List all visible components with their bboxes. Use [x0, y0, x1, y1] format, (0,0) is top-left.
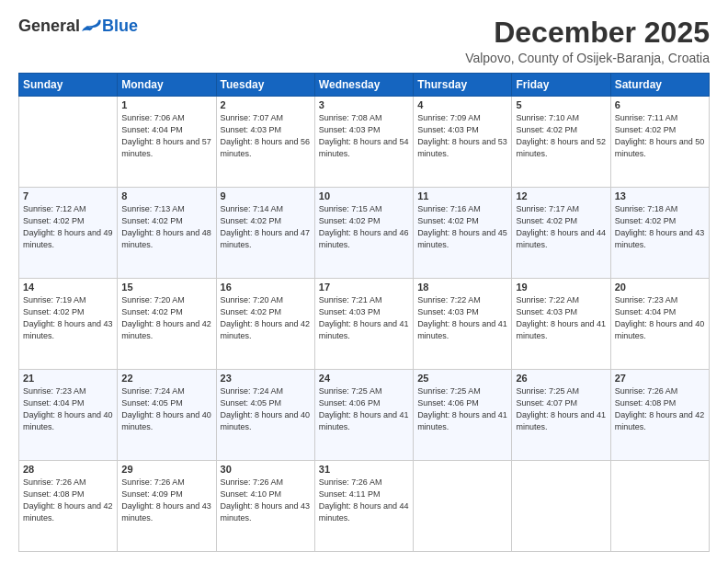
table-row: 19Sunrise: 7:22 AMSunset: 4:03 PMDayligh… [512, 279, 610, 370]
day-info: Sunrise: 7:26 AMSunset: 4:10 PMDaylight:… [221, 477, 311, 524]
day-info: Sunrise: 7:19 AMSunset: 4:02 PMDaylight:… [23, 294, 113, 342]
day-number: 28 [23, 464, 113, 475]
day-info: Sunrise: 7:26 AMSunset: 4:08 PMDaylight:… [615, 385, 705, 433]
calendar-table: Sunday Monday Tuesday Wednesday Thursday… [18, 73, 710, 552]
table-row: 2Sunrise: 7:07 AMSunset: 4:03 PMDaylight… [216, 97, 314, 188]
day-info: Sunrise: 7:08 AMSunset: 4:03 PMDaylight:… [319, 112, 409, 160]
calendar-week-row: 14Sunrise: 7:19 AMSunset: 4:02 PMDayligh… [19, 279, 710, 370]
day-info: Sunrise: 7:09 AMSunset: 4:03 PMDaylight:… [417, 112, 507, 160]
day-info: Sunrise: 7:07 AMSunset: 4:03 PMDaylight:… [221, 112, 311, 160]
day-number: 18 [417, 282, 507, 293]
day-number: 13 [615, 190, 705, 201]
day-number: 20 [615, 282, 705, 293]
col-monday: Monday [118, 74, 216, 97]
day-number: 9 [221, 190, 311, 201]
day-info: Sunrise: 7:15 AMSunset: 4:02 PMDaylight:… [319, 203, 409, 251]
table-row [610, 461, 709, 552]
day-info: Sunrise: 7:20 AMSunset: 4:02 PMDaylight:… [221, 294, 311, 342]
table-row: 29Sunrise: 7:26 AMSunset: 4:09 PMDayligh… [118, 461, 216, 552]
day-number: 4 [417, 99, 507, 110]
table-row: 4Sunrise: 7:09 AMSunset: 4:03 PMDaylight… [414, 97, 512, 188]
day-info: Sunrise: 7:25 AMSunset: 4:06 PMDaylight:… [319, 385, 409, 433]
day-info: Sunrise: 7:24 AMSunset: 4:05 PMDaylight:… [121, 385, 211, 433]
col-sunday: Sunday [19, 74, 118, 97]
table-row: 9Sunrise: 7:14 AMSunset: 4:02 PMDaylight… [216, 188, 314, 279]
day-number: 29 [121, 464, 211, 475]
day-info: Sunrise: 7:24 AMSunset: 4:05 PMDaylight:… [221, 385, 311, 433]
day-info: Sunrise: 7:22 AMSunset: 4:03 PMDaylight:… [516, 294, 606, 342]
table-row: 11Sunrise: 7:16 AMSunset: 4:02 PMDayligh… [414, 188, 512, 279]
day-number: 12 [516, 190, 606, 201]
calendar-header-row: Sunday Monday Tuesday Wednesday Thursday… [19, 74, 710, 97]
day-number: 17 [319, 282, 409, 293]
day-number: 6 [615, 99, 705, 110]
table-row: 5Sunrise: 7:10 AMSunset: 4:02 PMDaylight… [512, 97, 610, 188]
day-info: Sunrise: 7:25 AMSunset: 4:06 PMDaylight:… [417, 385, 507, 433]
table-row: 18Sunrise: 7:22 AMSunset: 4:03 PMDayligh… [414, 279, 512, 370]
day-info: Sunrise: 7:25 AMSunset: 4:07 PMDaylight:… [516, 385, 606, 433]
day-info: Sunrise: 7:13 AMSunset: 4:02 PMDaylight:… [121, 203, 211, 251]
col-thursday: Thursday [414, 74, 512, 97]
table-row: 22Sunrise: 7:24 AMSunset: 4:05 PMDayligh… [118, 370, 216, 461]
table-row: 10Sunrise: 7:15 AMSunset: 4:02 PMDayligh… [314, 188, 413, 279]
day-number: 27 [615, 373, 705, 384]
day-number: 1 [121, 99, 211, 110]
col-saturday: Saturday [610, 74, 709, 97]
col-tuesday: Tuesday [216, 74, 314, 97]
logo: General Blue [18, 17, 138, 36]
table-row: 3Sunrise: 7:08 AMSunset: 4:03 PMDaylight… [314, 97, 413, 188]
day-info: Sunrise: 7:10 AMSunset: 4:02 PMDaylight:… [516, 112, 606, 160]
table-row [19, 97, 118, 188]
day-number: 10 [319, 190, 409, 201]
table-row: 14Sunrise: 7:19 AMSunset: 4:02 PMDayligh… [19, 279, 118, 370]
day-number: 22 [121, 373, 211, 384]
day-number: 31 [319, 464, 409, 475]
table-row: 20Sunrise: 7:23 AMSunset: 4:04 PMDayligh… [610, 279, 709, 370]
table-row: 12Sunrise: 7:17 AMSunset: 4:02 PMDayligh… [512, 188, 610, 279]
table-row: 25Sunrise: 7:25 AMSunset: 4:06 PMDayligh… [414, 370, 512, 461]
page: General Blue December 2025 Valpovo, Coun… [0, 0, 728, 563]
day-number: 11 [417, 190, 507, 201]
col-friday: Friday [512, 74, 610, 97]
month-title: December 2025 [465, 17, 710, 49]
table-row: 13Sunrise: 7:18 AMSunset: 4:02 PMDayligh… [610, 188, 709, 279]
col-wednesday: Wednesday [314, 74, 413, 97]
day-number: 14 [23, 282, 113, 293]
table-row: 27Sunrise: 7:26 AMSunset: 4:08 PMDayligh… [610, 370, 709, 461]
table-row: 16Sunrise: 7:20 AMSunset: 4:02 PMDayligh… [216, 279, 314, 370]
table-row [414, 461, 512, 552]
day-number: 30 [221, 464, 311, 475]
day-info: Sunrise: 7:06 AMSunset: 4:04 PMDaylight:… [121, 112, 211, 160]
table-row: 28Sunrise: 7:26 AMSunset: 4:08 PMDayligh… [19, 461, 118, 552]
day-info: Sunrise: 7:17 AMSunset: 4:02 PMDaylight:… [516, 203, 606, 251]
table-row: 15Sunrise: 7:20 AMSunset: 4:02 PMDayligh… [118, 279, 216, 370]
location-title: Valpovo, County of Osijek-Baranja, Croat… [465, 51, 710, 65]
day-number: 8 [121, 190, 211, 201]
day-info: Sunrise: 7:14 AMSunset: 4:02 PMDaylight:… [221, 203, 311, 251]
day-info: Sunrise: 7:11 AMSunset: 4:02 PMDaylight:… [615, 112, 705, 160]
day-info: Sunrise: 7:22 AMSunset: 4:03 PMDaylight:… [417, 294, 507, 342]
table-row: 26Sunrise: 7:25 AMSunset: 4:07 PMDayligh… [512, 370, 610, 461]
table-row: 31Sunrise: 7:26 AMSunset: 4:11 PMDayligh… [314, 461, 413, 552]
day-number: 24 [319, 373, 409, 384]
day-info: Sunrise: 7:23 AMSunset: 4:04 PMDaylight:… [615, 294, 705, 342]
table-row: 23Sunrise: 7:24 AMSunset: 4:05 PMDayligh… [216, 370, 314, 461]
day-number: 25 [417, 373, 507, 384]
day-info: Sunrise: 7:16 AMSunset: 4:02 PMDaylight:… [417, 203, 507, 251]
logo-text: General Blue [18, 17, 138, 36]
day-info: Sunrise: 7:18 AMSunset: 4:02 PMDaylight:… [615, 203, 705, 251]
calendar-week-row: 28Sunrise: 7:26 AMSunset: 4:08 PMDayligh… [19, 461, 710, 552]
table-row: 24Sunrise: 7:25 AMSunset: 4:06 PMDayligh… [314, 370, 413, 461]
table-row: 8Sunrise: 7:13 AMSunset: 4:02 PMDaylight… [118, 188, 216, 279]
day-number: 16 [221, 282, 311, 293]
calendar-week-row: 21Sunrise: 7:23 AMSunset: 4:04 PMDayligh… [19, 370, 710, 461]
day-number: 2 [221, 99, 311, 110]
day-number: 26 [516, 373, 606, 384]
day-number: 19 [516, 282, 606, 293]
calendar-week-row: 1Sunrise: 7:06 AMSunset: 4:04 PMDaylight… [19, 97, 710, 188]
day-info: Sunrise: 7:26 AMSunset: 4:09 PMDaylight:… [121, 477, 211, 524]
day-number: 5 [516, 99, 606, 110]
table-row: 21Sunrise: 7:23 AMSunset: 4:04 PMDayligh… [19, 370, 118, 461]
day-info: Sunrise: 7:20 AMSunset: 4:02 PMDaylight:… [121, 294, 211, 342]
logo-blue: Blue [102, 17, 138, 36]
